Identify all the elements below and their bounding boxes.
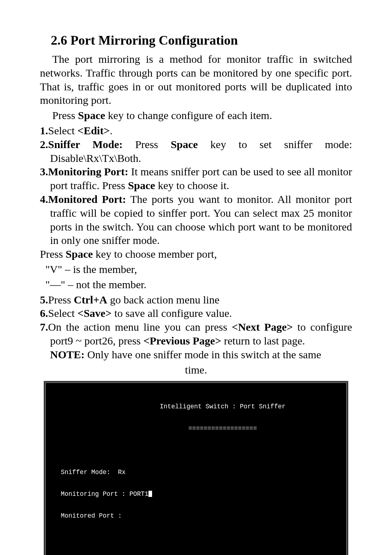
text: Only have one sniffer mode in this switc… bbox=[85, 348, 321, 360]
text: Press bbox=[52, 109, 78, 121]
legend-dash: "—" – not the member. bbox=[40, 278, 352, 291]
note-line-1: NOTE: Only have one sniffer mode in this… bbox=[40, 348, 352, 362]
text: return to last page. bbox=[221, 335, 305, 347]
step-num: 7. bbox=[40, 321, 48, 333]
monitoring-port-row: Monitoring Port : PORT1 bbox=[49, 490, 343, 498]
text: . bbox=[110, 125, 113, 136]
terminal-title-underline: ================== bbox=[49, 425, 343, 432]
choose-member-paragraph: Press Space key to choose member port, bbox=[40, 247, 352, 261]
cursor-icon bbox=[148, 491, 152, 497]
step-num: 1. bbox=[40, 125, 48, 136]
monitored-port-row: Monitored Port : bbox=[49, 512, 343, 519]
intro-paragraph: The port mirroring is a method for monit… bbox=[40, 52, 352, 107]
step-2: 2.Sniffer Mode: Press Space key to set s… bbox=[40, 138, 352, 165]
legend-v: "V" – is the member, bbox=[40, 262, 352, 276]
step-7: 7.On the action menu line you can press … bbox=[40, 320, 352, 348]
step-4: 4.Monitored Port: The ports you want to … bbox=[40, 192, 352, 247]
key-space: Space bbox=[66, 248, 93, 260]
step-3: 3.Monitoring Port: It means sniffer port… bbox=[40, 165, 352, 192]
text: Press bbox=[40, 248, 66, 260]
page: 2.6 Port Mirroring Configuration The por… bbox=[0, 0, 392, 555]
key-ctrl-a: Ctrl+A bbox=[74, 294, 107, 306]
note-line-2: time. bbox=[40, 363, 352, 377]
text: Monitoring Port : PORT1 bbox=[49, 490, 148, 498]
note-label: NOTE: bbox=[50, 348, 85, 360]
page-number: 68 bbox=[0, 530, 392, 541]
next-page-tag: <Next Page> bbox=[232, 321, 293, 333]
text: go back action menu line bbox=[107, 294, 219, 306]
blank-row bbox=[49, 446, 343, 454]
step-6: 6.Select <Save> to save all configure va… bbox=[40, 306, 352, 320]
step-num: 6. bbox=[40, 307, 48, 319]
text: On the action menu line you can press bbox=[48, 321, 232, 333]
text: Press bbox=[123, 138, 171, 150]
text: Select bbox=[48, 125, 78, 136]
step-label: 2.Sniffer Mode: bbox=[40, 138, 123, 150]
terminal-title: Intelligent Switch : Port Sniffer bbox=[49, 403, 343, 410]
text: Select bbox=[48, 307, 78, 319]
terminal-window: Intelligent Switch : Port Sniffer ======… bbox=[44, 381, 348, 555]
text: key to change configure of each item. bbox=[105, 109, 272, 121]
key-space: Space bbox=[78, 109, 105, 121]
step-5: 5.Press Ctrl+A go back action menu line bbox=[40, 293, 352, 307]
edit-tag: <Edit> bbox=[77, 125, 110, 136]
sniffer-mode-row: Sniffer Mode: Rx bbox=[49, 469, 343, 476]
text: Press bbox=[48, 294, 74, 306]
step-1: 1.Select <Edit>. bbox=[40, 124, 352, 138]
press-space-paragraph: Press Space key to change configure of e… bbox=[40, 109, 352, 122]
save-tag: <Save> bbox=[77, 307, 111, 319]
step-label: 4.Monitored Port: bbox=[40, 193, 126, 205]
key-space: Space bbox=[128, 179, 155, 191]
text: key to choose member port, bbox=[93, 248, 217, 260]
text: key to choose it. bbox=[155, 179, 229, 191]
section-heading: 2.6 Port Mirroring Configuration bbox=[51, 33, 352, 48]
step-label: 3.Monitoring Port: bbox=[40, 166, 128, 177]
text: to save all configure value. bbox=[112, 307, 232, 319]
step-num: 5. bbox=[40, 294, 48, 306]
key-space: Space bbox=[171, 138, 198, 150]
previous-page-tag: <Previous Page> bbox=[143, 335, 221, 347]
